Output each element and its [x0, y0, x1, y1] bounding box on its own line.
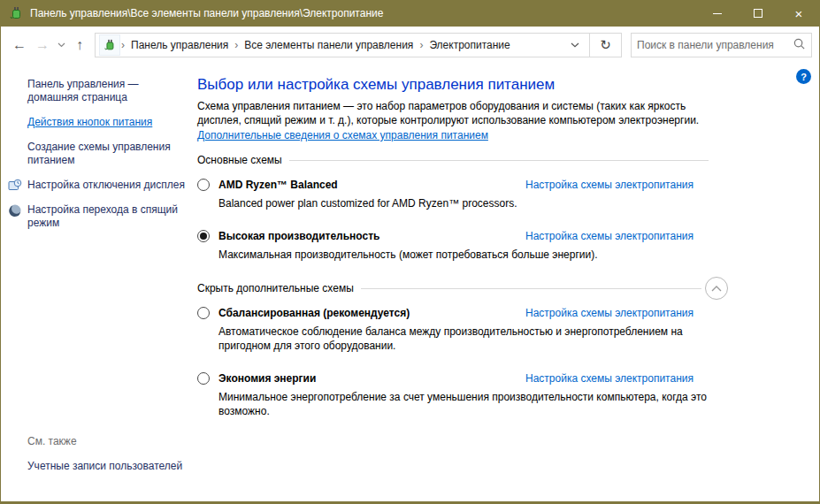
- page-title: Выбор или настройка схемы управления пит…: [197, 75, 728, 94]
- plan-description: Максимальная производительность (может п…: [218, 248, 714, 262]
- plan-settings-link[interactable]: Настройка схемы электропитания: [525, 179, 694, 191]
- radio-button[interactable]: [197, 230, 210, 242]
- plan-name[interactable]: Экономия энергии: [218, 371, 316, 386]
- radio-button[interactable]: [197, 372, 210, 385]
- minimize-button[interactable]: [697, 0, 738, 27]
- maximize-button[interactable]: [738, 0, 778, 27]
- plan-settings-link[interactable]: Настройка схемы электропитания: [525, 307, 694, 319]
- plan-row-power-saver: Экономия энергии Настройка схемы электро…: [197, 371, 707, 418]
- refresh-button[interactable]: ↻: [590, 33, 622, 57]
- plan-description: Минимальное энергопотребление за счет ум…: [218, 390, 714, 418]
- address-dropdown-chevron-icon[interactable]: [564, 42, 586, 48]
- close-icon: ×: [795, 7, 803, 20]
- power-plug-icon: [9, 6, 23, 20]
- minimize-icon: [713, 13, 722, 14]
- section-additional-plans: Скрыть дополнительные схемы: [197, 282, 728, 294]
- title-bar: Панель управления\Все элементы панели уп…: [1, 0, 819, 27]
- sidebar-item-user-accounts[interactable]: Учетные записи пользователей: [27, 460, 182, 473]
- plan-name[interactable]: Сбалансированная (рекомендуется): [218, 306, 410, 320]
- recent-pages-chevron-icon[interactable]: [54, 33, 68, 57]
- see-also-header: См. также: [27, 435, 182, 447]
- radio-button[interactable]: [197, 307, 210, 319]
- breadcrumb-all-items[interactable]: Все элементы панели управления: [239, 39, 418, 51]
- sidebar-item-label: Настройка перехода в спящий режим: [27, 203, 178, 229]
- plan-settings-link[interactable]: Настройка схемы электропитания: [525, 372, 694, 385]
- section-divider: [289, 160, 709, 161]
- window-title: Панель управления\Все элементы панели уп…: [30, 7, 697, 19]
- breadcrumb-power-options[interactable]: Электропитание: [424, 39, 515, 51]
- address-bar[interactable]: › Панель управления › Все элементы панел…: [95, 33, 590, 57]
- close-button[interactable]: ×: [778, 0, 819, 27]
- page-description: Схема управления питанием — это набор па…: [197, 100, 717, 127]
- learn-more-link[interactable]: Дополнительные сведения о схемах управле…: [197, 129, 488, 141]
- forward-button[interactable]: →: [31, 33, 54, 57]
- search-input[interactable]: [637, 39, 793, 51]
- sidebar-item-sleep[interactable]: Настройка перехода в спящий режим: [27, 203, 188, 230]
- sidebar-item-power-buttons[interactable]: Действия кнопок питания: [27, 116, 188, 129]
- sidebar-item-display-off[interactable]: Настройка отключения дисплея: [27, 179, 188, 192]
- hide-additional-plans-label[interactable]: Скрыть дополнительные схемы: [197, 282, 361, 294]
- navigation-toolbar: ← → ↑ › Панель управления › Все элементы…: [1, 27, 819, 64]
- sidebar-item-create-plan[interactable]: Создание схемы управления питанием: [27, 141, 188, 167]
- search-box: [631, 33, 812, 57]
- see-also-section: См. также Учетные записи пользователей: [27, 435, 182, 473]
- sidebar: Панель управления — домашняя страница Де…: [1, 64, 197, 501]
- up-button[interactable]: ↑: [68, 33, 91, 57]
- section-divider: [361, 288, 701, 289]
- plan-description: Balanced power plan customized for AMD R…: [218, 196, 714, 210]
- plan-row-amd-ryzen-balanced: AMD Ryzen™ Balanced Настройка схемы элек…: [197, 178, 707, 210]
- back-button[interactable]: ←: [8, 33, 31, 57]
- control-panel-window: Панель управления\Все элементы панели уп…: [0, 0, 820, 504]
- question-mark-icon: ?: [801, 72, 807, 82]
- chevron-up-icon: [711, 286, 722, 292]
- sidebar-item-label: Настройка отключения дисплея: [27, 179, 185, 191]
- plan-name[interactable]: AMD Ryzen™ Balanced: [218, 178, 338, 192]
- sidebar-item-home[interactable]: Панель управления — домашняя страница: [27, 78, 188, 104]
- address-plug-icon: [99, 34, 120, 56]
- plan-name[interactable]: Высокая производительность: [218, 229, 379, 243]
- collapse-section-button[interactable]: [705, 277, 728, 300]
- sleep-moon-icon: [8, 203, 22, 218]
- window-controls: ×: [697, 0, 819, 27]
- breadcrumb-control-panel[interactable]: Панель управления: [126, 39, 234, 51]
- plan-row-high-performance: Высокая производительность Настройка схе…: [197, 229, 707, 262]
- plan-description: Автоматическое соблюдение баланса между …: [218, 325, 714, 353]
- plan-settings-link[interactable]: Настройка схемы электропитания: [525, 230, 694, 242]
- main-content: Выбор или настройка схемы управления пит…: [197, 75, 728, 418]
- section-label: Основные схемы: [197, 154, 289, 166]
- search-icon[interactable]: [793, 37, 806, 53]
- maximize-icon: [754, 9, 763, 18]
- help-button[interactable]: ?: [796, 69, 811, 84]
- section-main-plans: Основные схемы: [197, 154, 709, 166]
- plan-row-balanced: Сбалансированная (рекомендуется) Настрой…: [197, 306, 707, 353]
- radio-button[interactable]: [197, 179, 210, 191]
- display-clock-icon: [8, 179, 22, 193]
